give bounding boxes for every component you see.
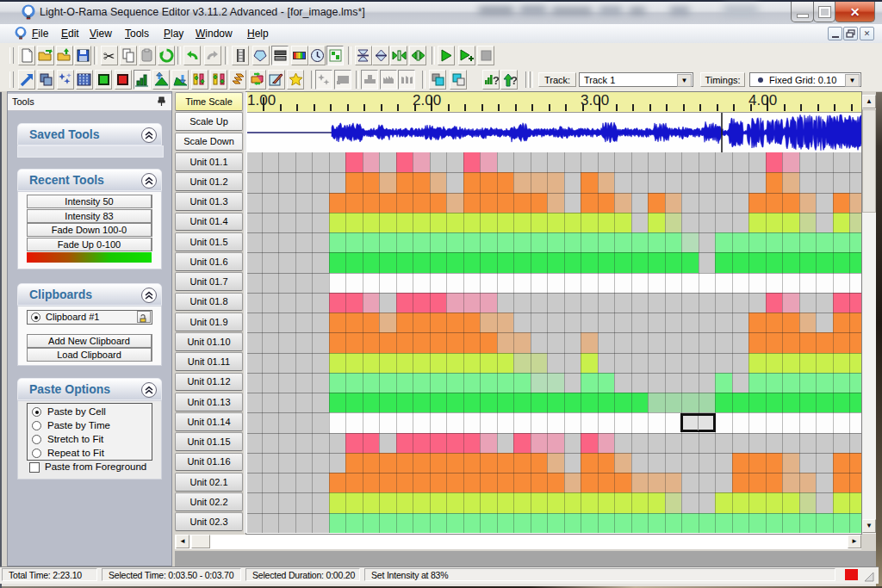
svg-text:?: ?	[511, 74, 517, 87]
svg-text:?: ?	[493, 74, 499, 87]
svg-text:✂: ✂	[103, 49, 115, 63]
